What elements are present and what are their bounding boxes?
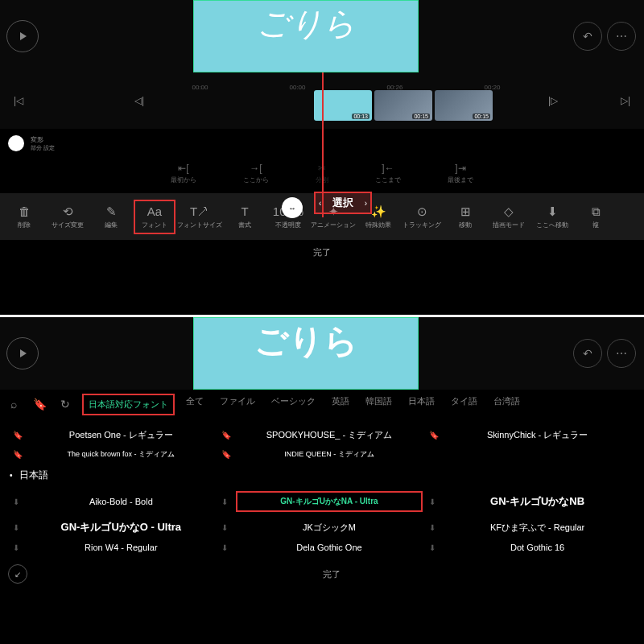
font-tab[interactable]: 日本語 <box>403 394 440 415</box>
download-icon[interactable]: ⬇ <box>429 543 444 552</box>
play-button[interactable] <box>6 337 39 369</box>
step-fwd-icon[interactable]: |▷ <box>541 95 565 106</box>
tool-描画モード[interactable]: ◇描画モード <box>488 204 530 229</box>
download-icon[interactable]: ⬇ <box>221 497 236 506</box>
done-button[interactable]: 完了 <box>0 240 644 264</box>
download-icon[interactable]: ⬇ <box>429 523 444 532</box>
cut-action[interactable]: →[ここから <box>243 163 269 193</box>
font-tab[interactable]: 韓国語 <box>361 394 397 415</box>
bookmark-icon[interactable]: 🔖 <box>221 450 236 459</box>
bookmark-icon[interactable]: 🔖 <box>31 398 48 411</box>
bookmark-icon[interactable]: 🔖 <box>13 450 27 459</box>
timecode: 00:00 <box>289 84 305 91</box>
tool-書式[interactable]: T書式 <box>224 204 266 229</box>
step-back-icon[interactable]: ◁| <box>127 95 151 106</box>
cut-action[interactable]: ]←ここまで <box>375 163 401 193</box>
font-item[interactable]: SPOOKYHOUSE_ - ミディアム <box>236 429 423 441</box>
bookmark-icon[interactable]: 🔖 <box>13 431 27 440</box>
tool-トラッキング[interactable]: ⊙トラッキング <box>401 204 443 229</box>
download-icon[interactable]: ⬇ <box>221 523 236 532</box>
font-item[interactable]: GN-キルゴUかなNA - Ultra <box>236 491 423 512</box>
undo-button[interactable]: ↶ <box>573 22 602 51</box>
more-button[interactable]: ⋯ <box>607 22 636 51</box>
font-tab[interactable]: 全て <box>181 394 208 415</box>
tool-複[interactable]: ⧉複 <box>575 204 617 229</box>
transform-toggle[interactable] <box>8 135 24 151</box>
search-icon[interactable]: ⌕ <box>5 398 23 411</box>
timeline-clip[interactable]: 00:15 <box>374 90 432 121</box>
font-tab[interactable]: 台湾語 <box>489 394 525 415</box>
tool-フォントサイズ[interactable]: T⸕フォントサイズ <box>177 204 222 229</box>
timeline-clip[interactable]: 00:15 <box>435 90 493 121</box>
font-tab[interactable]: タイ語 <box>446 394 482 415</box>
download-icon[interactable]: ⬇ <box>13 543 27 552</box>
tool-削除[interactable]: 🗑削除 <box>3 204 45 229</box>
play-button[interactable] <box>6 20 39 52</box>
font-item[interactable]: GN-キルゴUかなO - Ultra <box>27 520 215 535</box>
tool-フォント[interactable]: Aaフォント <box>134 200 175 234</box>
history-icon[interactable]: ↻ <box>56 398 74 411</box>
back-button[interactable]: ↙ <box>8 564 27 584</box>
undo-button[interactable]: ↶ <box>573 339 602 368</box>
tool-移動[interactable]: ⊞移動 <box>444 204 486 229</box>
download-icon[interactable]: ⬇ <box>13 497 27 506</box>
bookmark-icon[interactable]: 🔖 <box>221 431 236 440</box>
font-item[interactable]: Rion W4 - Regular <box>27 543 215 552</box>
font-tab[interactable]: ファイル <box>215 394 260 415</box>
font-tab[interactable]: 日本語対応フォント <box>82 394 175 415</box>
tool-編集[interactable]: ✎編集 <box>90 204 132 229</box>
font-item[interactable]: GN-キルゴUかなNB <box>444 494 631 509</box>
skip-end-icon[interactable]: ▷| <box>613 95 638 106</box>
font-item[interactable]: JKゴシックM <box>236 522 423 534</box>
font-item[interactable]: INDIE QUEEN - ミディアム <box>236 449 423 460</box>
font-tab[interactable]: ベーシック <box>266 394 320 415</box>
section-header: 日本語 <box>19 469 48 482</box>
tool-ここへ移動[interactable]: ⬇ここへ移動 <box>531 204 573 229</box>
skip-start-icon[interactable]: |◁ <box>6 95 31 106</box>
preview-canvas[interactable]: ごりら <box>39 0 573 72</box>
font-item[interactable]: KFひま字ふで - Regular <box>444 522 631 534</box>
cut-action[interactable]: ]⇥最後まで <box>448 163 473 193</box>
download-icon[interactable]: ⬇ <box>13 523 27 532</box>
download-icon[interactable]: ⬇ <box>429 497 444 506</box>
font-tab[interactable]: 英語 <box>327 394 354 415</box>
download-icon[interactable]: ⬇ <box>221 543 236 552</box>
more-button[interactable]: ⋯ <box>607 339 636 368</box>
done-button[interactable]: 完了 <box>27 568 636 580</box>
font-item[interactable]: The quick brown fox - ミディアム <box>27 449 215 460</box>
cut-action[interactable]: ⇤[最初から <box>171 163 196 193</box>
preview-canvas[interactable]: ごりら <box>39 317 573 390</box>
timecode: 00:00 <box>192 84 208 91</box>
font-item[interactable]: Dot Gothic 16 <box>444 543 631 552</box>
font-item[interactable]: Dela Gothic One <box>236 543 423 552</box>
bookmark-icon[interactable]: 🔖 <box>429 431 444 440</box>
font-item[interactable]: SkinnyChick - レギュラー <box>444 429 631 441</box>
font-item[interactable]: Poetsen One - レギュラー <box>27 429 215 441</box>
tool-サイズ変更[interactable]: ⟲サイズ変更 <box>47 204 89 229</box>
font-item[interactable]: Aiko-Bold - Bold <box>27 497 215 506</box>
drag-handle[interactable]: ↔ <box>282 197 303 218</box>
selection-box: ‹ 選択 › <box>314 192 372 214</box>
